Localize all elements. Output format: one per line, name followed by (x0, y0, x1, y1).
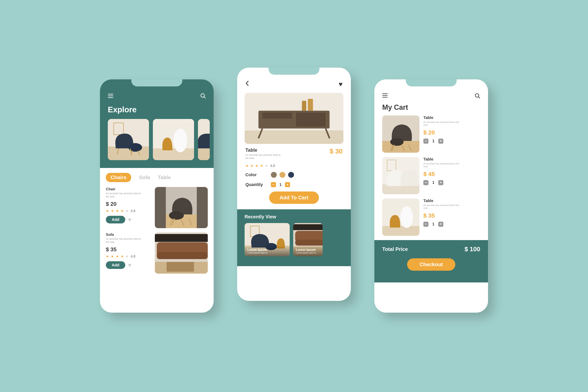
svg-rect-37 (296, 113, 326, 126)
featured-card[interactable] (108, 119, 149, 160)
color-swatch-tan[interactable] (280, 172, 286, 178)
svg-rect-21 (197, 187, 208, 228)
qty-plus-button[interactable]: + (285, 182, 290, 187)
detail-name: Table (246, 148, 281, 153)
svg-rect-17 (198, 146, 210, 160)
cart-item-image[interactable] (382, 198, 420, 236)
menu-icon[interactable] (382, 93, 388, 99)
rating-value: 4.8 (130, 209, 136, 213)
svg-rect-6 (108, 146, 149, 160)
product-name: Chair (106, 187, 151, 191)
svg-rect-40 (302, 101, 306, 110)
svg-rect-29 (155, 234, 208, 242)
svg-point-68 (400, 206, 413, 228)
svg-rect-36 (262, 113, 292, 118)
heart-icon[interactable]: ♥ (128, 262, 132, 268)
star-icon: ★ ★ ★ ★ ★ (106, 254, 129, 258)
recent-card[interactable]: Lorem Ipsum Lorem ipsum dolor is (293, 223, 322, 256)
product-row: Sofa An armchair has armrests fixed to t… (106, 232, 208, 274)
product-image[interactable] (155, 187, 208, 228)
product-name: Sofa (106, 232, 151, 237)
cart-item-desc: An armchair has armrests fixed to the se… (423, 204, 462, 210)
page-title-cart: My Cart (374, 103, 488, 116)
featured-card-peek[interactable] (198, 119, 210, 160)
heart-icon[interactable]: ♥ (339, 80, 342, 88)
product-desc: An armchair has armrests fixed to the se… (106, 192, 141, 198)
product-desc: An armchair has armrests fixed to the se… (106, 238, 141, 244)
product-image[interactable] (155, 232, 208, 274)
qty-minus-button[interactable]: − (423, 138, 428, 144)
cart-row: Table An armchair has armrests fixed to … (382, 116, 480, 153)
product-hero-image (244, 93, 344, 144)
recently-view-title: Recently View (244, 214, 344, 220)
cart-item-price: $ 45 (423, 171, 480, 178)
cart-item-name: Table (423, 157, 480, 162)
tab-sofa[interactable]: Sofa (139, 174, 150, 180)
featured-card[interactable] (153, 119, 194, 160)
qty-minus-button[interactable]: − (423, 180, 428, 185)
svg-rect-41 (308, 99, 313, 110)
add-button[interactable]: Add (106, 261, 125, 269)
svg-rect-67 (382, 226, 420, 236)
svg-point-22 (169, 211, 184, 220)
star-icon: ★ ★ ★ ★ ★ (246, 164, 268, 168)
svg-line-55 (478, 97, 480, 98)
qty-plus-button[interactable]: + (438, 222, 443, 227)
tab-table[interactable]: Table (158, 174, 171, 180)
product-price: $ 20 (106, 201, 151, 207)
quantity-label: Quantity (246, 182, 271, 187)
notch (268, 68, 320, 75)
tab-chairs[interactable]: Chairs (106, 173, 131, 182)
product-row: Chair An armchair has armrests fixed to … (106, 187, 208, 228)
qty-minus-button[interactable]: − (271, 182, 276, 187)
cart-item-desc: An armchair has armrests fixed to the se… (423, 121, 462, 126)
notch (131, 80, 182, 86)
rating-value: 4.8 (130, 254, 136, 258)
recent-sub: Lorem ipsum dolor is (247, 252, 287, 254)
svg-rect-50 (293, 224, 322, 230)
qty-plus-button[interactable]: + (438, 138, 443, 144)
cart-item-price: $ 20 (423, 129, 480, 136)
svg-rect-32 (166, 262, 194, 272)
recent-title: Lorem Ipsum (247, 248, 287, 252)
recent-card[interactable]: Lorem Ipsum Lorem ipsum dolor is (244, 223, 290, 256)
color-label: Color (246, 172, 271, 178)
notch (406, 80, 457, 86)
svg-rect-49 (295, 240, 322, 246)
menu-icon[interactable] (108, 94, 114, 99)
qty-plus-button[interactable]: + (438, 180, 443, 185)
checkout-button[interactable]: Checkout (407, 258, 455, 271)
search-icon[interactable] (475, 93, 480, 99)
cart-row: Table An armchair has armrests fixed to … (382, 157, 480, 194)
svg-rect-31 (157, 252, 208, 259)
back-icon[interactable] (246, 80, 249, 88)
qty-value: 1 (279, 182, 282, 187)
detail-price: $ 30 (330, 148, 342, 155)
svg-point-58 (390, 138, 404, 146)
qty-value: 1 (432, 180, 435, 185)
star-icon: ★ ★ ★ ★ ★ (106, 209, 129, 213)
cart-item-price: $ 35 (423, 212, 480, 219)
add-to-cart-button[interactable]: Add To Cart (269, 192, 319, 204)
page-title-explore: Explore (108, 105, 206, 114)
rating-value: 4.8 (270, 164, 275, 168)
color-swatch-navy[interactable] (288, 172, 294, 178)
total-label: Total Price (382, 246, 408, 252)
qty-value: 1 (432, 222, 435, 226)
svg-line-4 (204, 97, 206, 98)
cart-item-image[interactable] (382, 116, 420, 153)
qty-minus-button[interactable]: − (423, 222, 428, 227)
total-value: $ 100 (464, 246, 480, 253)
detail-desc: An armchair has armrests fixed to the se… (246, 154, 281, 160)
cart-item-image[interactable] (382, 157, 420, 194)
cart-item-name: Table (423, 198, 480, 203)
svg-point-15 (174, 129, 187, 152)
svg-rect-20 (155, 187, 166, 228)
qty-value: 1 (432, 139, 435, 143)
heart-icon[interactable]: ♥ (128, 216, 132, 223)
add-button[interactable]: Add (106, 216, 125, 224)
tab-row: Chairs Sofa Table (106, 173, 208, 182)
search-icon[interactable] (200, 93, 206, 99)
svg-rect-14 (153, 148, 194, 160)
color-swatch-brown[interactable] (271, 172, 277, 178)
